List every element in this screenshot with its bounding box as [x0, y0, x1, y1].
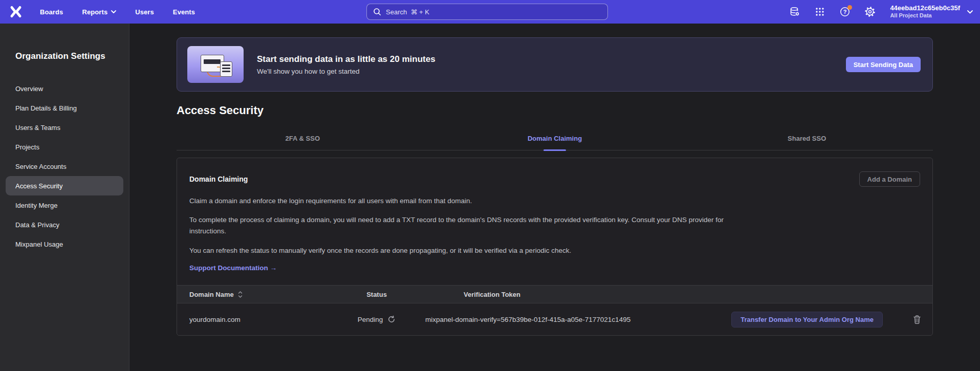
- verification-token-cell: mixpanel-domain-verify=567b39be-012f-415…: [425, 316, 731, 323]
- sidebar-item-service-accounts[interactable]: Service Accounts: [6, 157, 123, 176]
- sidebar-item-identity-merge[interactable]: Identity Merge: [6, 195, 123, 215]
- support-documentation-link[interactable]: Support Documentation →: [189, 264, 277, 272]
- table-header-row: Domain Name Status Verification Token: [177, 285, 932, 303]
- tab-2fa-sso[interactable]: 2FA & SSO: [177, 135, 429, 150]
- nav-right-cluster: ? 44eebad12c65eb0c35f All Project Data: [789, 0, 973, 24]
- sidebar-item-users-teams[interactable]: Users & Teams: [6, 118, 123, 137]
- svg-text:?: ?: [843, 9, 847, 15]
- delete-domain-icon[interactable]: [912, 315, 922, 324]
- domains-table: Domain Name Status Verification Token yo…: [177, 285, 932, 335]
- sidebar-title: Organization Settings: [0, 51, 129, 61]
- sort-icon[interactable]: [238, 291, 243, 298]
- sidebar-item-access-security[interactable]: Access Security: [6, 176, 123, 195]
- tab-domain-claiming[interactable]: Domain Claiming: [429, 135, 681, 150]
- panel-description-2: To complete the process of claiming a do…: [189, 214, 739, 237]
- status-text: Pending: [358, 316, 383, 323]
- project-name: All Project Data: [890, 12, 960, 19]
- start-sending-data-button[interactable]: Start Sending Data: [846, 57, 921, 72]
- nav-events[interactable]: Events: [173, 8, 195, 16]
- mixpanel-logo-icon[interactable]: [8, 4, 24, 19]
- add-a-domain-button[interactable]: Add a Domain: [859, 171, 920, 187]
- search-icon: [373, 8, 381, 16]
- domain-claiming-panel: Domain Claiming Add a Domain Claim a dom…: [177, 158, 933, 336]
- apps-grid-icon[interactable]: [814, 6, 826, 18]
- domain-name-cell: yourdomain.com: [177, 316, 328, 323]
- header-verification-token: Verification Token: [425, 291, 922, 298]
- sidebar-item-projects[interactable]: Projects: [6, 137, 123, 157]
- help-icon[interactable]: ?: [839, 6, 851, 18]
- primary-nav: Boards Reports Users Events: [40, 8, 195, 16]
- active-tab-indicator: [543, 149, 566, 151]
- sidebar-item-plan-details-billing[interactable]: Plan Details & Billing: [6, 98, 123, 118]
- nav-boards[interactable]: Boards: [40, 8, 63, 16]
- banner-subtitle: We'll show you how to get started: [257, 68, 846, 75]
- panel-title: Domain Claiming: [189, 175, 248, 183]
- data-governance-icon[interactable]: [789, 6, 801, 18]
- top-nav: Boards Reports Users Events: [0, 0, 980, 24]
- nav-reports[interactable]: Reports: [82, 8, 116, 16]
- sidebar-item-overview[interactable]: Overview: [6, 79, 123, 98]
- notification-badge: [847, 5, 852, 10]
- sidebar-item-mixpanel-usage[interactable]: Mixpanel Usage: [6, 234, 123, 254]
- domain-row: yourdomain.com Pending mixpanel-domain-v…: [177, 303, 932, 335]
- onboarding-illustration: [187, 46, 244, 83]
- refresh-status-icon[interactable]: [387, 315, 396, 323]
- chevron-down-icon: [111, 10, 116, 13]
- header-domain-name[interactable]: Domain Name: [177, 291, 328, 298]
- chevron-down-icon: [967, 10, 973, 14]
- access-security-tabs: 2FA & SSO Domain Claiming Shared SSO: [177, 135, 933, 150]
- global-search[interactable]: [366, 4, 608, 20]
- org-project-selector[interactable]: 44eebad12c65eb0c35f All Project Data: [890, 4, 973, 19]
- panel-description-1: Claim a domain and enforce the login req…: [189, 195, 739, 207]
- settings-sidebar: Organization Settings Overview Plan Deta…: [0, 24, 129, 371]
- search-input[interactable]: [386, 8, 601, 16]
- settings-gear-icon[interactable]: [864, 6, 876, 18]
- nav-users[interactable]: Users: [135, 8, 154, 16]
- transfer-domain-button[interactable]: Transfer Domain to Your Admin Org Name: [731, 312, 883, 328]
- main-content: Start sending data in as little as 20 mi…: [129, 24, 980, 371]
- header-status: Status: [328, 291, 425, 298]
- status-cell: Pending: [328, 315, 425, 323]
- sidebar-item-data-privacy[interactable]: Data & Privacy: [6, 215, 123, 234]
- org-id: 44eebad12c65eb0c35f: [890, 4, 960, 12]
- page-title: Access Security: [177, 103, 933, 118]
- banner-title: Start sending data in as little as 20 mi…: [257, 54, 846, 64]
- panel-description-3: You can refresh the status to manually v…: [189, 245, 739, 256]
- onboarding-banner: Start sending data in as little as 20 mi…: [177, 37, 933, 92]
- tab-shared-sso[interactable]: Shared SSO: [681, 135, 933, 150]
